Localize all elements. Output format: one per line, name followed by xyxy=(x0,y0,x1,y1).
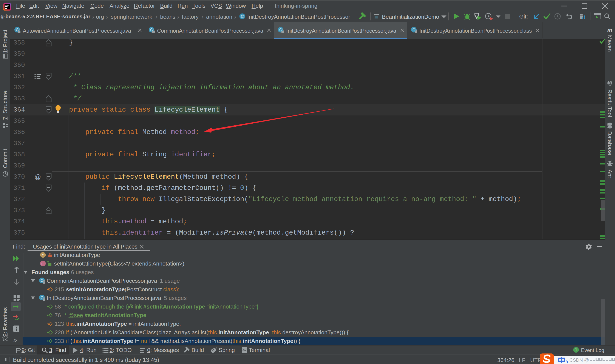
svg-text:C: C xyxy=(241,14,244,19)
svg-text:1: 1 xyxy=(575,348,577,352)
